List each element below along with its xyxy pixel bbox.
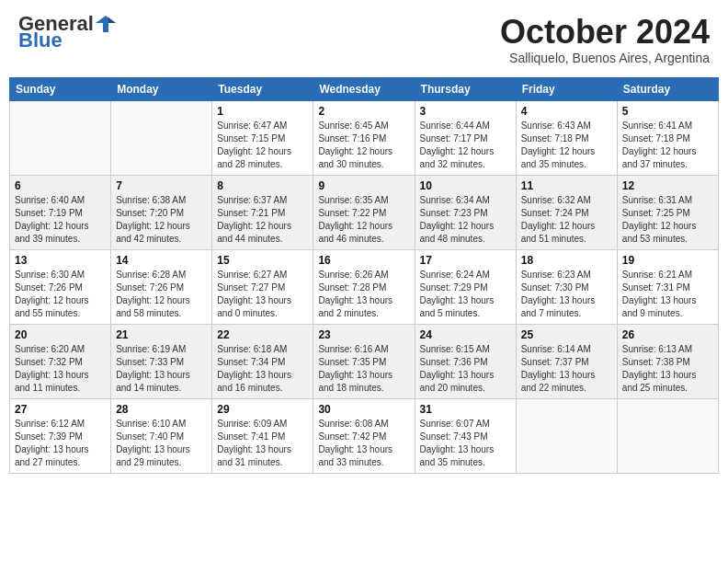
calendar-day-cell: 6Sunrise: 6:40 AMSunset: 7:19 PMDaylight… <box>10 175 111 249</box>
day-number: 1 <box>217 105 308 118</box>
page-header: General Blue October 2024 Salliquelo, Bu… <box>9 9 719 70</box>
calendar-day-cell: 8Sunrise: 6:37 AMSunset: 7:21 PMDaylight… <box>212 175 313 249</box>
day-number: 18 <box>521 254 612 267</box>
calendar-day-cell: 18Sunrise: 6:23 AMSunset: 7:30 PMDayligh… <box>516 249 617 324</box>
calendar-day-cell: 3Sunrise: 6:44 AMSunset: 7:17 PMDaylight… <box>415 100 516 175</box>
day-info: Sunrise: 6:45 AMSunset: 7:16 PMDaylight:… <box>318 120 409 171</box>
weekday-header-sunday: Sunday <box>10 77 111 100</box>
calendar-day-cell: 5Sunrise: 6:41 AMSunset: 7:18 PMDaylight… <box>617 100 718 175</box>
calendar-day-cell: 12Sunrise: 6:31 AMSunset: 7:25 PMDayligh… <box>617 175 718 249</box>
calendar-day-cell <box>617 398 718 473</box>
day-info: Sunrise: 6:23 AMSunset: 7:30 PMDaylight:… <box>521 269 612 320</box>
day-number: 5 <box>622 105 713 118</box>
calendar-day-cell: 4Sunrise: 6:43 AMSunset: 7:18 PMDaylight… <box>516 100 617 175</box>
calendar-week-row: 27Sunrise: 6:12 AMSunset: 7:39 PMDayligh… <box>10 398 719 473</box>
day-info: Sunrise: 6:12 AMSunset: 7:39 PMDaylight:… <box>15 418 106 469</box>
calendar-day-cell: 1Sunrise: 6:47 AMSunset: 7:15 PMDaylight… <box>212 100 313 175</box>
calendar-day-cell: 22Sunrise: 6:18 AMSunset: 7:34 PMDayligh… <box>212 324 313 398</box>
day-info: Sunrise: 6:08 AMSunset: 7:42 PMDaylight:… <box>318 418 409 469</box>
day-info: Sunrise: 6:40 AMSunset: 7:19 PMDaylight:… <box>15 194 106 246</box>
day-number: 22 <box>217 328 308 341</box>
day-number: 7 <box>116 179 207 192</box>
calendar-day-cell: 2Sunrise: 6:45 AMSunset: 7:16 PMDaylight… <box>313 100 415 175</box>
day-number: 9 <box>318 179 409 192</box>
day-number: 25 <box>521 328 612 341</box>
calendar-day-cell: 27Sunrise: 6:12 AMSunset: 7:39 PMDayligh… <box>10 398 111 473</box>
calendar-day-cell <box>111 100 212 175</box>
day-info: Sunrise: 6:47 AMSunset: 7:15 PMDaylight:… <box>217 120 308 171</box>
day-number: 26 <box>622 328 713 341</box>
title-section: October 2024 Salliquelo, Buenos Aires, A… <box>500 14 710 65</box>
weekday-header-monday: Monday <box>111 77 212 100</box>
weekday-header-row: SundayMondayTuesdayWednesdayThursdayFrid… <box>10 77 719 100</box>
calendar-day-cell: 29Sunrise: 6:09 AMSunset: 7:41 PMDayligh… <box>212 398 313 473</box>
day-info: Sunrise: 6:18 AMSunset: 7:34 PMDaylight:… <box>217 343 308 395</box>
calendar-day-cell: 9Sunrise: 6:35 AMSunset: 7:22 PMDaylight… <box>313 175 415 249</box>
calendar-day-cell: 28Sunrise: 6:10 AMSunset: 7:40 PMDayligh… <box>111 398 212 473</box>
calendar-day-cell: 26Sunrise: 6:13 AMSunset: 7:38 PMDayligh… <box>617 324 718 398</box>
calendar-week-row: 6Sunrise: 6:40 AMSunset: 7:19 PMDaylight… <box>10 175 719 249</box>
day-number: 8 <box>217 179 308 192</box>
day-info: Sunrise: 6:37 AMSunset: 7:21 PMDaylight:… <box>217 194 308 246</box>
day-number: 29 <box>217 403 308 416</box>
calendar-day-cell: 20Sunrise: 6:20 AMSunset: 7:32 PMDayligh… <box>10 324 111 398</box>
month-title: October 2024 <box>500 14 710 51</box>
weekday-header-friday: Friday <box>516 77 617 100</box>
day-number: 15 <box>217 254 308 267</box>
calendar-day-cell: 30Sunrise: 6:08 AMSunset: 7:42 PMDayligh… <box>313 398 415 473</box>
calendar-day-cell: 23Sunrise: 6:16 AMSunset: 7:35 PMDayligh… <box>313 324 415 398</box>
day-info: Sunrise: 6:15 AMSunset: 7:36 PMDaylight:… <box>420 343 511 395</box>
weekday-header-wednesday: Wednesday <box>313 77 415 100</box>
calendar-day-cell <box>10 100 111 175</box>
calendar-table: SundayMondayTuesdayWednesdayThursdayFrid… <box>9 77 719 474</box>
day-number: 12 <box>622 179 713 192</box>
logo: General Blue <box>18 14 116 51</box>
day-info: Sunrise: 6:28 AMSunset: 7:26 PMDaylight:… <box>116 269 207 320</box>
day-number: 21 <box>116 328 207 341</box>
calendar-week-row: 20Sunrise: 6:20 AMSunset: 7:32 PMDayligh… <box>10 324 719 398</box>
calendar-day-cell: 31Sunrise: 6:07 AMSunset: 7:43 PMDayligh… <box>415 398 516 473</box>
calendar-day-cell: 15Sunrise: 6:27 AMSunset: 7:27 PMDayligh… <box>212 249 313 324</box>
calendar-day-cell: 7Sunrise: 6:38 AMSunset: 7:20 PMDaylight… <box>111 175 212 249</box>
day-number: 31 <box>420 403 511 416</box>
day-info: Sunrise: 6:32 AMSunset: 7:24 PMDaylight:… <box>521 194 612 246</box>
day-number: 14 <box>116 254 207 267</box>
day-info: Sunrise: 6:09 AMSunset: 7:41 PMDaylight:… <box>217 418 308 469</box>
day-number: 19 <box>622 254 713 267</box>
calendar-day-cell: 24Sunrise: 6:15 AMSunset: 7:36 PMDayligh… <box>415 324 516 398</box>
calendar-day-cell: 16Sunrise: 6:26 AMSunset: 7:28 PMDayligh… <box>313 249 415 324</box>
day-info: Sunrise: 6:41 AMSunset: 7:18 PMDaylight:… <box>622 120 713 171</box>
weekday-header-thursday: Thursday <box>415 77 516 100</box>
day-info: Sunrise: 6:14 AMSunset: 7:37 PMDaylight:… <box>521 343 612 395</box>
day-number: 24 <box>420 328 511 341</box>
day-info: Sunrise: 6:24 AMSunset: 7:29 PMDaylight:… <box>420 269 511 320</box>
calendar-day-cell: 14Sunrise: 6:28 AMSunset: 7:26 PMDayligh… <box>111 249 212 324</box>
location-text: Salliquelo, Buenos Aires, Argentina <box>500 51 710 65</box>
calendar-week-row: 13Sunrise: 6:30 AMSunset: 7:26 PMDayligh… <box>10 249 719 324</box>
day-number: 20 <box>15 328 106 341</box>
calendar-week-row: 1Sunrise: 6:47 AMSunset: 7:15 PMDaylight… <box>10 100 719 175</box>
day-info: Sunrise: 6:13 AMSunset: 7:38 PMDaylight:… <box>622 343 713 395</box>
day-info: Sunrise: 6:26 AMSunset: 7:28 PMDaylight:… <box>318 269 409 320</box>
calendar-day-cell: 17Sunrise: 6:24 AMSunset: 7:29 PMDayligh… <box>415 249 516 324</box>
day-info: Sunrise: 6:34 AMSunset: 7:23 PMDaylight:… <box>420 194 511 246</box>
calendar-day-cell <box>516 398 617 473</box>
day-info: Sunrise: 6:10 AMSunset: 7:40 PMDaylight:… <box>116 418 207 469</box>
day-number: 13 <box>15 254 106 267</box>
day-info: Sunrise: 6:43 AMSunset: 7:18 PMDaylight:… <box>521 120 612 171</box>
day-number: 10 <box>420 179 511 192</box>
day-info: Sunrise: 6:21 AMSunset: 7:31 PMDaylight:… <box>622 269 713 320</box>
day-info: Sunrise: 6:38 AMSunset: 7:20 PMDaylight:… <box>116 194 207 246</box>
day-info: Sunrise: 6:30 AMSunset: 7:26 PMDaylight:… <box>15 269 106 320</box>
calendar-day-cell: 19Sunrise: 6:21 AMSunset: 7:31 PMDayligh… <box>617 249 718 324</box>
day-number: 23 <box>318 328 409 341</box>
day-number: 2 <box>318 105 409 118</box>
weekday-header-tuesday: Tuesday <box>212 77 313 100</box>
day-info: Sunrise: 6:20 AMSunset: 7:32 PMDaylight:… <box>15 343 106 395</box>
day-number: 6 <box>15 179 106 192</box>
day-number: 3 <box>420 105 511 118</box>
logo-blue-text: Blue <box>18 30 116 51</box>
svg-marker-1 <box>108 17 116 23</box>
day-info: Sunrise: 6:35 AMSunset: 7:22 PMDaylight:… <box>318 194 409 246</box>
day-number: 27 <box>15 403 106 416</box>
